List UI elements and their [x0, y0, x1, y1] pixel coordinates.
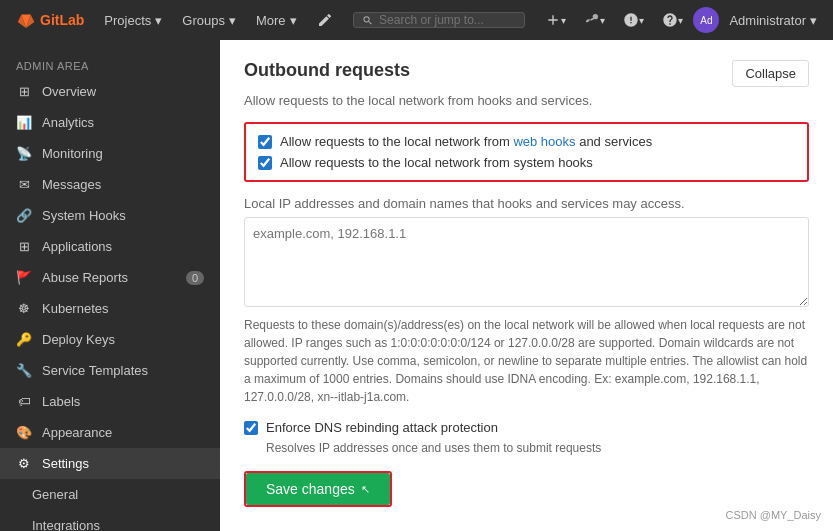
sidebar-item-applications[interactable]: ⊞ Applications: [0, 231, 220, 262]
user-menu[interactable]: Administrator ▾: [721, 9, 825, 32]
webhook-checkbox[interactable]: [258, 135, 272, 149]
chevron-down-icon: ▾: [290, 13, 297, 28]
sidebar-item-label: Messages: [42, 177, 101, 192]
abuse-reports-icon: 🚩: [16, 270, 32, 285]
textarea-label: Local IP addresses and domain names that…: [244, 196, 809, 211]
outbound-section: Outbound requests Collapse Allow request…: [244, 60, 809, 531]
outbound-header: Outbound requests Collapse: [244, 60, 809, 81]
top-nav: GitLab Projects ▾ Groups ▾ More ▾ ▾ ▾ ▾: [0, 0, 833, 40]
sidebar-item-label: Deploy Keys: [42, 332, 115, 347]
ip-addresses-textarea[interactable]: [244, 217, 809, 307]
search-input[interactable]: [379, 13, 516, 27]
issues-icon-btn[interactable]: ▾: [615, 8, 652, 32]
sidebar-item-label: Labels: [42, 394, 80, 409]
gitlab-text: GitLab: [40, 12, 84, 28]
plus-icon-btn[interactable]: ▾: [537, 8, 574, 32]
sidebar-item-system-hooks[interactable]: 🔗 System Hooks: [0, 200, 220, 231]
textarea-hint: Requests to these domain(s)/address(es) …: [244, 316, 809, 406]
outbound-checkboxes: Allow requests to the local network from…: [244, 122, 809, 182]
more-menu[interactable]: More ▾: [248, 9, 305, 32]
sidebar-item-label: Settings: [42, 456, 89, 471]
webhook-checkbox-label: Allow requests to the local network from…: [280, 134, 652, 149]
settings-icon: ⚙: [16, 456, 32, 471]
main-content: Outbound requests Collapse Allow request…: [220, 40, 833, 531]
abuse-reports-badge: 0: [186, 271, 204, 285]
sidebar-item-label: Service Templates: [42, 363, 148, 378]
system-hooks-checkbox-label: Allow requests to the local network from…: [280, 155, 593, 170]
sidebar-item-settings[interactable]: ⚙ Settings: [0, 448, 220, 479]
messages-icon: ✉: [16, 177, 32, 192]
help-icon-btn[interactable]: ▾: [654, 8, 691, 32]
chevron-down-icon: ▾: [155, 13, 162, 28]
sidebar-item-kubernetes[interactable]: ☸ Kubernetes: [0, 293, 220, 324]
sidebar-item-label: Integrations: [32, 518, 100, 531]
labels-icon: 🏷: [16, 394, 32, 409]
sidebar-item-label: Monitoring: [42, 146, 103, 161]
search-icon: [362, 14, 374, 27]
sidebar-item-messages[interactable]: ✉ Messages: [0, 169, 220, 200]
overview-icon: ⊞: [16, 84, 32, 99]
sidebar-item-abuse-reports[interactable]: 🚩 Abuse Reports 0: [0, 262, 220, 293]
analytics-icon: 📊: [16, 115, 32, 130]
system-hooks-checkbox[interactable]: [258, 156, 272, 170]
sidebar-item-label: Appearance: [42, 425, 112, 440]
deploy-keys-icon: 🔑: [16, 332, 32, 347]
sidebar-item-label: General: [32, 487, 78, 502]
save-changes-button[interactable]: Save changes ↖: [246, 473, 390, 505]
sidebar-item-deploy-keys[interactable]: 🔑 Deploy Keys: [0, 324, 220, 355]
sidebar: Admin Area ⊞ Overview 📊 Analytics 📡 Moni…: [0, 40, 220, 531]
dns-description: Resolves IP addresses once and uses them…: [266, 441, 809, 455]
sidebar-item-label: Analytics: [42, 115, 94, 130]
sidebar-item-general[interactable]: General: [0, 479, 220, 510]
nav-icons: ▾ ▾ ▾ ▾ Ad Administrator ▾: [537, 7, 825, 33]
system-hooks-checkbox-item: Allow requests to the local network from…: [258, 155, 795, 170]
sidebar-item-label: Overview: [42, 84, 96, 99]
sidebar-item-analytics[interactable]: 📊 Analytics: [0, 107, 220, 138]
cursor-indicator: ↖: [361, 483, 370, 496]
sidebar-item-label: System Hooks: [42, 208, 126, 223]
outbound-title: Outbound requests: [244, 60, 809, 81]
system-hooks-icon: 🔗: [16, 208, 32, 223]
merge-requests-icon-btn[interactable]: ▾: [576, 8, 613, 32]
web-hooks-link[interactable]: web hooks: [513, 134, 575, 149]
sidebar-item-overview[interactable]: ⊞ Overview: [0, 76, 220, 107]
dns-label: Enforce DNS rebinding attack protection: [266, 420, 498, 435]
dns-group: Enforce DNS rebinding attack protection …: [244, 420, 809, 455]
sidebar-section-title: Admin Area: [0, 48, 220, 76]
sidebar-item-appearance[interactable]: 🎨 Appearance: [0, 417, 220, 448]
dns-checkbox-item: Enforce DNS rebinding attack protection: [244, 420, 809, 435]
search-box[interactable]: [353, 12, 526, 28]
webhook-checkbox-item: Allow requests to the local network from…: [258, 134, 795, 149]
projects-menu[interactable]: Projects ▾: [96, 9, 170, 32]
sidebar-item-service-templates[interactable]: 🔧 Service Templates: [0, 355, 220, 386]
kubernetes-icon: ☸: [16, 301, 32, 316]
outbound-description: Allow requests to the local network from…: [244, 93, 809, 108]
monitoring-icon: 📡: [16, 146, 32, 161]
groups-menu[interactable]: Groups ▾: [174, 9, 244, 32]
collapse-button[interactable]: Collapse: [732, 60, 809, 87]
appearance-icon: 🎨: [16, 425, 32, 440]
sidebar-item-labels[interactable]: 🏷 Labels: [0, 386, 220, 417]
gitlab-logo[interactable]: GitLab: [8, 10, 92, 30]
ip-addresses-group: Local IP addresses and domain names that…: [244, 196, 809, 406]
watermark: CSDN @MY_Daisy: [721, 507, 825, 523]
sidebar-item-label: Kubernetes: [42, 301, 109, 316]
edit-icon-btn[interactable]: [309, 8, 341, 32]
dns-checkbox[interactable]: [244, 421, 258, 435]
chevron-down-icon: ▾: [810, 13, 817, 28]
service-templates-icon: 🔧: [16, 363, 32, 378]
sidebar-item-monitoring[interactable]: 📡 Monitoring: [0, 138, 220, 169]
applications-icon: ⊞: [16, 239, 32, 254]
sidebar-item-label: Applications: [42, 239, 112, 254]
save-btn-wrapper: Save changes ↖: [244, 471, 392, 507]
sidebar-item-integrations[interactable]: Integrations: [0, 510, 220, 531]
chevron-down-icon: ▾: [229, 13, 236, 28]
avatar[interactable]: Ad: [693, 7, 719, 33]
sidebar-item-label: Abuse Reports: [42, 270, 128, 285]
